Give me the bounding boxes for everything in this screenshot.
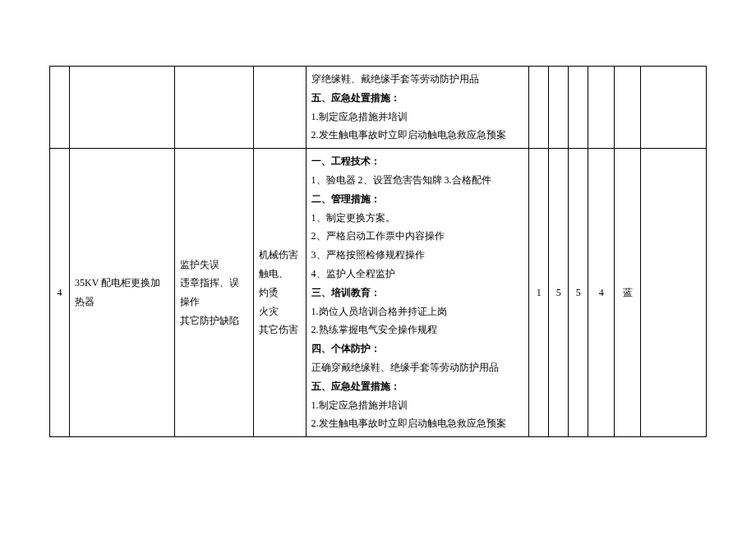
cell-hazard <box>253 67 306 149</box>
cell-task <box>69 67 174 149</box>
cell-level <box>615 67 641 149</box>
cell-score3 <box>569 67 588 149</box>
cell-score2: 5 <box>549 149 569 437</box>
cell-cause <box>174 67 253 149</box>
table-body: 穿绝缘鞋、戴绝缘手套等劳动防护用品五、应急处置措施：1.制定应急措施并培训2.发… <box>50 67 707 437</box>
cell-score4 <box>588 67 615 149</box>
cell-ext <box>641 67 707 149</box>
cell-score3: 5 <box>569 149 588 437</box>
cell-measures: 穿绝缘鞋、戴绝缘手套等劳动防护用品五、应急处置措施：1.制定应急措施并培训2.发… <box>306 67 529 149</box>
cell-cause: 监护失误违章指挥、误操作其它防护缺陷 <box>174 149 253 437</box>
cell-task: 35KV 配电柜更换加热器 <box>69 149 174 437</box>
cell-score4: 4 <box>588 149 615 437</box>
cell-score1 <box>529 67 549 149</box>
cell-score1: 1 <box>529 149 549 437</box>
measure-list: 穿绝缘鞋、戴绝缘手套等劳动防护用品五、应急处置措施：1.制定应急措施并培训2.发… <box>311 70 524 145</box>
hazard-text: 机械伤害触电、灼烫火灾其它伤害 <box>259 246 301 339</box>
cell-score2 <box>549 67 569 149</box>
cell-ext <box>641 149 707 437</box>
cell-measures: 一、工程技术：1、验电器 2、设置危害告知牌 3.合格配件二、管理措施：1、制定… <box>306 149 529 437</box>
cause-text: 监护失误违章指挥、误操作其它防护缺陷 <box>180 256 248 330</box>
cell-level: 蓝 <box>615 149 641 437</box>
cell-num <box>50 67 70 149</box>
table-row: 穿绝缘鞋、戴绝缘手套等劳动防护用品五、应急处置措施：1.制定应急措施并培训2.发… <box>50 67 707 149</box>
cell-hazard: 机械伤害触电、灼烫火灾其它伤害 <box>253 149 306 437</box>
measure-list: 一、工程技术：1、验电器 2、设置危害告知牌 3.合格配件二、管理措施：1、制定… <box>311 152 524 433</box>
risk-table: 穿绝缘鞋、戴绝缘手套等劳动防护用品五、应急处置措施：1.制定应急措施并培训2.发… <box>49 66 707 437</box>
cell-num: 4 <box>50 149 70 437</box>
table-row: 4 35KV 配电柜更换加热器 监护失误违章指挥、误操作其它防护缺陷 机械伤害触… <box>50 149 707 437</box>
